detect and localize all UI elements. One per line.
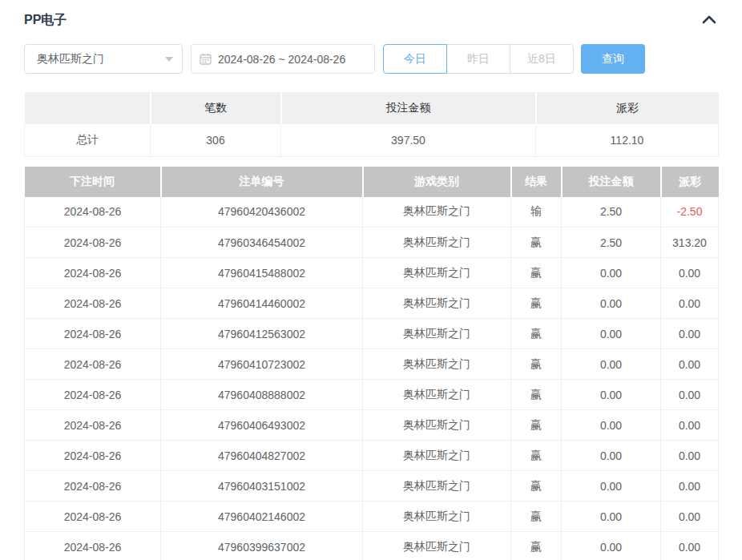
table-cell: 0.00 xyxy=(562,288,661,319)
records-header-row: 下注时间 注单编号 游戏类别 结果 投注金额 派彩 xyxy=(25,167,719,197)
summary-total-row: 总计 306 397.50 112.10 xyxy=(25,124,719,156)
table-cell: 0.00 xyxy=(562,258,661,288)
table-cell: 赢 xyxy=(511,228,562,258)
table-cell: 0.00 xyxy=(562,471,661,502)
records-header-game-type: 游戏类别 xyxy=(363,167,511,197)
records-table-body: 2024-08-2647960420436002奥林匹斯之门输2.50-2.50… xyxy=(25,197,719,560)
table-cell: 0.00 xyxy=(562,319,661,349)
records-header-bet-amount: 投注金额 xyxy=(562,167,661,197)
table-cell: 0.00 xyxy=(661,471,719,502)
filter-bar: 奥林匹斯之门 20 xyxy=(24,44,718,74)
table-cell: 47960399637002 xyxy=(161,532,363,560)
records-header-result: 结果 xyxy=(511,167,562,197)
table-row: 2024-08-2647960412563002奥林匹斯之门赢0.000.00 xyxy=(25,319,719,349)
table-cell: 0.00 xyxy=(661,380,719,410)
table-cell: 2024-08-26 xyxy=(25,471,161,502)
records-table: 下注时间 注单编号 游戏类别 结果 投注金额 派彩 2024-08-264796… xyxy=(24,167,719,560)
summary-table: 笔数 投注金额 派彩 总计 306 397.50 112.10 xyxy=(24,92,719,157)
table-cell: 赢 xyxy=(511,319,562,349)
table-cell: 奥林匹斯之门 xyxy=(363,288,511,319)
table-cell: 2024-08-26 xyxy=(25,197,161,228)
table-cell: 奥林匹斯之门 xyxy=(363,380,511,410)
table-cell: 奥林匹斯之门 xyxy=(363,319,511,349)
table-row: 2024-08-2647960402146002奥林匹斯之门赢0.000.00 xyxy=(25,502,719,532)
summary-header-row: 笔数 投注金额 派彩 xyxy=(25,92,719,124)
quick-filter-today[interactable]: 今日 xyxy=(383,44,447,74)
table-row: 2024-08-2647960414460002奥林匹斯之门赢0.000.00 xyxy=(25,288,719,319)
table-cell: 47960414460002 xyxy=(161,288,363,319)
table-cell: 2024-08-26 xyxy=(25,502,161,532)
game-select-value: 奥林匹斯之门 xyxy=(37,52,104,66)
summary-total-bet-amount: 397.50 xyxy=(281,124,536,156)
table-cell: 赢 xyxy=(511,380,562,410)
table-cell: 2024-08-26 xyxy=(25,410,161,441)
table-cell: 奥林匹斯之门 xyxy=(363,197,511,228)
summary-header-blank xyxy=(25,92,151,124)
table-cell: 0.00 xyxy=(562,380,661,410)
table-cell: 0.00 xyxy=(562,410,661,441)
table-cell: 2024-08-26 xyxy=(25,532,161,560)
table-cell: 0.00 xyxy=(661,532,719,560)
quick-filter-yesterday[interactable]: 昨日 xyxy=(446,44,510,74)
table-cell: 2024-08-26 xyxy=(25,380,161,410)
table-row: 2024-08-2647960403151002奥林匹斯之门赢0.000.00 xyxy=(25,471,719,502)
table-row: 2024-08-2647960420436002奥林匹斯之门输2.50-2.50 xyxy=(25,197,719,228)
table-cell: 奥林匹斯之门 xyxy=(363,532,511,560)
table-cell: 2024-08-26 xyxy=(25,258,161,288)
table-cell: 313.20 xyxy=(661,228,719,258)
table-cell: 47960406493002 xyxy=(161,410,363,441)
table-cell: 赢 xyxy=(511,441,562,471)
table-cell: 奥林匹斯之门 xyxy=(363,502,511,532)
table-row: 2024-08-2647960415488002奥林匹斯之门赢0.000.00 xyxy=(25,258,719,288)
search-button[interactable]: 查询 xyxy=(581,44,645,74)
table-cell: 赢 xyxy=(511,532,562,560)
table-cell: 47960408888002 xyxy=(161,380,363,410)
table-cell: 赢 xyxy=(511,502,562,532)
quick-filter-last8days[interactable]: 近8日 xyxy=(510,44,574,74)
table-cell: 赢 xyxy=(511,258,562,288)
table-row: 2024-08-2647960346454002奥林匹斯之门赢2.50313.2… xyxy=(25,228,719,258)
table-cell: -2.50 xyxy=(661,197,719,228)
chevron-up-icon xyxy=(702,14,716,26)
table-cell: 赢 xyxy=(511,288,562,319)
table-cell: 47960420436002 xyxy=(161,197,363,228)
calendar-icon xyxy=(200,53,212,65)
quick-filter-group: 今日 昨日 近8日 xyxy=(383,44,574,74)
date-range-input[interactable]: 2024-08-26 ~ 2024-08-26 xyxy=(191,44,375,74)
table-cell: 奥林匹斯之门 xyxy=(363,258,511,288)
panel-header: PP电子 xyxy=(24,11,718,29)
table-cell: 奥林匹斯之门 xyxy=(363,471,511,502)
collapse-button[interactable] xyxy=(700,11,718,29)
table-row: 2024-08-2647960404827002奥林匹斯之门赢0.000.00 xyxy=(25,441,719,471)
table-cell: 47960402146002 xyxy=(161,502,363,532)
table-cell: 0.00 xyxy=(562,502,661,532)
table-cell: 0.00 xyxy=(661,410,719,441)
game-select[interactable]: 奥林匹斯之门 xyxy=(24,44,183,74)
table-cell: 2024-08-26 xyxy=(25,349,161,380)
pp-electronic-panel: PP电子 奥林匹斯之门 xyxy=(0,0,742,560)
records-header-payout: 派彩 xyxy=(661,167,719,197)
table-cell: 奥林匹斯之门 xyxy=(363,349,511,380)
date-range-value: 2024-08-26 ~ 2024-08-26 xyxy=(218,53,345,66)
summary-header-payout: 派彩 xyxy=(536,92,719,124)
summary-header-bet-amount: 投注金额 xyxy=(281,92,536,124)
table-cell: 0.00 xyxy=(661,258,719,288)
table-cell: 0.00 xyxy=(661,502,719,532)
table-row: 2024-08-2647960410723002奥林匹斯之门赢0.000.00 xyxy=(25,349,719,380)
table-cell: 奥林匹斯之门 xyxy=(363,441,511,471)
table-cell: 0.00 xyxy=(661,349,719,380)
table-cell: 输 xyxy=(511,197,562,228)
table-row: 2024-08-2647960399637002奥林匹斯之门赢0.000.00 xyxy=(25,532,719,560)
table-cell: 0.00 xyxy=(562,441,661,471)
table-cell: 2.50 xyxy=(562,228,661,258)
table-row: 2024-08-2647960406493002奥林匹斯之门赢0.000.00 xyxy=(25,410,719,441)
summary-total-count: 306 xyxy=(151,124,281,156)
table-cell: 2024-08-26 xyxy=(25,228,161,258)
table-cell: 2024-08-26 xyxy=(25,441,161,471)
table-cell: 47960346454002 xyxy=(161,228,363,258)
chevron-down-icon xyxy=(164,54,174,64)
table-cell: 0.00 xyxy=(661,288,719,319)
table-cell: 47960415488002 xyxy=(161,258,363,288)
panel-title: PP电子 xyxy=(24,12,67,29)
table-cell: 赢 xyxy=(511,349,562,380)
